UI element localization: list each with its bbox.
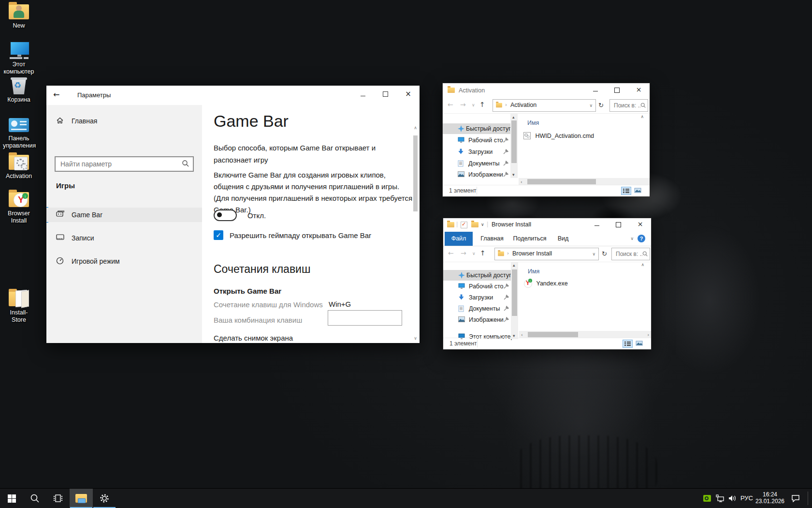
scroll-left-icon[interactable]: ‹ [521, 179, 522, 184]
horizontal-scrollbar[interactable]: ‹ › [519, 331, 651, 338]
nav-scrollbar[interactable]: ▴ ▾ [511, 262, 518, 339]
thumbnail-view-button[interactable] [633, 187, 643, 195]
refresh-icon[interactable]: ↻ [602, 250, 607, 257]
file-row[interactable]: HWID_Activation.cmd [523, 132, 594, 141]
taskbar-file-explorer-button[interactable] [70, 489, 93, 508]
address-bar[interactable]: › Browser Install ∨ [494, 248, 599, 260]
nav-item-quick-access[interactable]: Быстрый доступ [443, 270, 511, 281]
scrollbar-thumb[interactable] [527, 179, 596, 184]
clock[interactable]: 16:24 23.01.2026 [754, 489, 786, 508]
scroll-down-icon[interactable]: ∨ [412, 336, 419, 341]
refresh-icon[interactable]: ↻ [598, 102, 604, 109]
show-desktop-button[interactable] [808, 489, 812, 508]
game-bar-toggle[interactable] [214, 209, 237, 221]
qat-checkbox-icon[interactable]: ✓ [461, 222, 467, 228]
tab-home[interactable]: Главная [476, 232, 508, 246]
back-arrow-icon[interactable]: ← [448, 249, 454, 257]
column-header-name[interactable]: Имя [527, 120, 539, 126]
nvidia-tray-icon[interactable] [702, 489, 712, 508]
volume-tray-icon[interactable] [726, 489, 739, 508]
language-indicator[interactable]: РУС [739, 489, 755, 508]
sidebar-item-captures[interactable]: Записи [46, 231, 202, 245]
search-box[interactable] [609, 99, 648, 112]
thumbnail-view-button[interactable] [635, 340, 645, 348]
nav-item-downloads[interactable]: Загрузки [443, 147, 510, 157]
search-box[interactable] [611, 248, 650, 260]
desktop-icon-this-pc[interactable]: Этот компьютер [3, 41, 35, 75]
start-button[interactable] [0, 489, 23, 508]
nav-item-pictures[interactable]: Изображени [443, 314, 511, 325]
address-dropdown-icon[interactable]: ∨ [589, 103, 593, 108]
settings-scrollbar[interactable]: ∧ ∨ [412, 105, 419, 343]
minimize-button[interactable] [586, 222, 608, 229]
explorer-search-input[interactable] [615, 249, 643, 259]
qat-dropdown-icon[interactable]: ∨ [481, 222, 484, 227]
custom-shortcut-input[interactable] [328, 311, 402, 325]
scrollbar-thumb[interactable] [512, 269, 517, 316]
desktop-icon-new[interactable]: New [3, 2, 35, 30]
nav-item-downloads[interactable]: Загрузки [443, 292, 511, 303]
forward-arrow-icon[interactable]: → [461, 249, 466, 257]
forward-arrow-icon[interactable]: → [460, 101, 466, 108]
up-arrow-icon[interactable]: ↑ [479, 101, 485, 108]
task-view-button[interactable] [46, 489, 70, 508]
maximize-button[interactable] [606, 87, 628, 93]
scroll-up-icon[interactable]: ∧ [412, 125, 419, 130]
history-dropdown-icon[interactable]: ∨ [472, 103, 475, 107]
minimize-button[interactable] [352, 91, 374, 99]
back-arrow-icon[interactable]: ← [448, 101, 453, 108]
explorer-search-input[interactable] [613, 101, 641, 110]
close-button[interactable]: × [397, 90, 419, 98]
desktop-icon-activation[interactable]: Activation [3, 153, 35, 180]
scrollbar-thumb[interactable] [511, 120, 517, 163]
breadcrumb[interactable]: Activation [510, 102, 536, 108]
nav-item-documents[interactable]: Документы [443, 158, 510, 169]
minimize-button[interactable] [584, 88, 606, 94]
close-button[interactable]: × [628, 86, 650, 93]
nav-item-pictures[interactable]: Изображени [443, 169, 510, 180]
sort-ascending-icon[interactable]: ∧ [641, 262, 644, 267]
history-dropdown-icon[interactable]: ∨ [472, 251, 476, 256]
network-tray-icon[interactable] [714, 489, 726, 508]
help-icon[interactable]: ? [638, 235, 645, 242]
sidebar-item-home[interactable]: Главная [46, 114, 202, 128]
sidebar-item-game-mode[interactable]: Игровой режим [46, 254, 202, 269]
taskbar-search-button[interactable] [23, 489, 46, 508]
address-bar[interactable]: › Activation ∨ [493, 99, 596, 112]
breadcrumb[interactable]: Browser Install [512, 250, 552, 257]
sort-ascending-icon[interactable]: ∧ [640, 114, 644, 119]
desktop-icon-install-store[interactable]: Install-Store [3, 289, 35, 324]
desktop-icon-browser-install[interactable]: Y ↓ Browser Install [3, 190, 35, 224]
back-arrow-icon[interactable]: ← [53, 90, 59, 99]
file-row[interactable]: Y ↓ Yandex.exe [524, 279, 568, 288]
sidebar-item-game-bar[interactable]: Game Bar [46, 208, 202, 222]
qat-folder-icon[interactable] [471, 222, 478, 227]
address-dropdown-icon[interactable]: ∨ [592, 252, 595, 256]
scroll-down-icon[interactable]: ▾ [512, 172, 515, 177]
details-view-button[interactable] [623, 340, 633, 348]
scroll-up-icon[interactable]: ▴ [512, 115, 515, 120]
column-header-name[interactable]: Имя [528, 268, 539, 275]
nav-item-documents[interactable]: Документы [443, 303, 511, 314]
tab-view[interactable]: Вид [552, 232, 574, 246]
scrollbar-thumb[interactable] [528, 332, 578, 337]
horizontal-scrollbar[interactable]: ‹ [519, 178, 650, 185]
desktop-icon-control-panel[interactable]: Панель управления [3, 117, 35, 149]
maximize-button[interactable] [608, 221, 629, 228]
settings-search-box[interactable] [55, 156, 194, 172]
search-icon[interactable] [182, 160, 189, 167]
up-arrow-icon[interactable]: ↑ [480, 249, 486, 257]
nav-item-desktop[interactable]: Рабочий сто. [443, 281, 511, 292]
scroll-up-icon[interactable]: ▴ [513, 263, 515, 268]
scroll-right-icon[interactable]: › [647, 332, 649, 337]
nav-scrollbar[interactable]: ▴ ▾ [510, 114, 518, 178]
desktop-icon-recycle-bin[interactable]: ♻ Корзина [3, 76, 35, 104]
action-center-button[interactable] [788, 489, 803, 508]
nav-item-quick-access[interactable]: Быстрый доступ [443, 123, 510, 134]
tab-share[interactable]: Поделиться [511, 232, 549, 246]
settings-search-input[interactable] [59, 158, 177, 170]
nav-item-desktop[interactable]: Рабочий сто. [443, 135, 510, 146]
gamepad-checkbox[interactable]: ✓ [214, 230, 223, 240]
details-view-button[interactable] [621, 187, 631, 195]
tab-file[interactable]: Файл [445, 232, 473, 246]
